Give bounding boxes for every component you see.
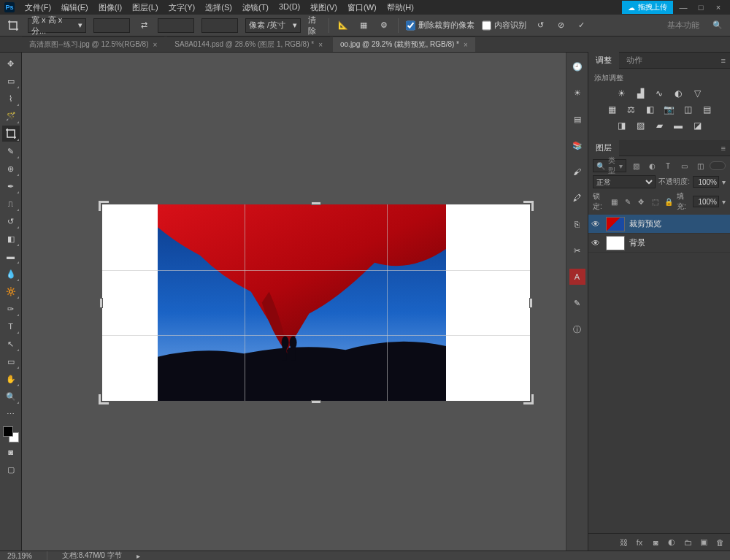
clear-button[interactable]: 清除 [308,19,321,32]
filter-toggle[interactable] [710,161,726,170]
eyedropper-tool[interactable]: ✎ [2,143,20,159]
color-panel-icon[interactable]: ☀ [569,85,585,101]
clone-source-panel-icon[interactable]: ⎘ [569,216,585,232]
crop-handle-bl[interactable] [99,394,109,404]
panel-menu-icon[interactable]: ≡ [717,144,730,153]
opacity-input[interactable] [693,176,719,188]
selective-color-icon[interactable]: ◪ [691,120,704,131]
color-swatches[interactable] [3,426,19,442]
new-layer-icon[interactable]: ▣ [698,537,710,548]
close-icon[interactable]: × [464,41,468,49]
levels-icon[interactable]: ▟ [634,88,647,99]
filter-smart-icon[interactable]: ◫ [694,159,707,172]
menu-window[interactable]: 窗口(W) [343,1,381,15]
layer-filter-kind[interactable]: 🔍 类型 ▾ [593,159,626,172]
document-tab[interactable]: 高清原图--练习.jpg @ 12.5%(RGB/8) × [22,37,164,52]
crop-handle-tl[interactable] [99,201,109,211]
lock-nested-icon[interactable]: ⬚ [650,195,661,208]
visibility-toggle-icon[interactable]: 👁 [591,238,602,248]
chevron-down-icon[interactable]: ▾ [722,178,726,186]
menu-layer[interactable]: 图层(L) [128,1,162,15]
panel-menu-icon[interactable]: ≡ [717,56,730,65]
path-select-tool[interactable]: ↖ [2,336,20,352]
doc-size[interactable]: 文档:8.47M/0 字节 [62,551,122,560]
invert-icon[interactable]: ◨ [615,120,628,131]
zoom-level[interactable]: 29.19% [7,552,32,560]
crop-options-gear-icon[interactable]: ⚙ [377,19,391,32]
type-tool[interactable]: T [2,318,20,334]
layer-mask-icon[interactable]: ◙ [650,537,661,548]
layer-name[interactable]: 裁剪预览 [629,218,661,229]
history-panel-icon[interactable]: 🕘 [569,58,585,74]
color-lookup-icon[interactable]: ▤ [700,104,713,115]
delete-cropped-input[interactable] [406,18,415,33]
edit-toolbar[interactable]: ⋯ [2,406,20,422]
workspace-label[interactable]: 基本功能 [667,20,699,31]
hue-icon[interactable]: ▦ [605,104,618,115]
menu-file[interactable]: 文件(F) [20,1,55,15]
current-tool-icon[interactable] [6,18,20,33]
threshold-icon[interactable]: ▰ [653,120,666,131]
visibility-toggle-icon[interactable]: 👁 [591,219,602,229]
layer-row[interactable]: 👁 裁剪预览 [588,215,730,234]
notes-panel-icon[interactable]: ✎ [569,295,585,311]
link-layers-icon[interactable]: ⛓ [618,537,629,548]
new-group-icon[interactable]: 🗀 [682,537,694,548]
minimize-button[interactable]: — [676,3,691,12]
layer-style-icon[interactable]: fx [634,537,645,548]
resolution-units[interactable]: 像素 /英寸▾ [245,18,301,33]
spot-heal-tool[interactable]: ⊛ [2,161,20,177]
menu-3d[interactable]: 3D(D) [274,1,304,15]
search-icon[interactable]: 🔍 [711,19,724,32]
screen-mode[interactable]: ▢ [2,461,20,477]
new-adjustment-icon[interactable]: ◐ [666,537,677,548]
pen-tool[interactable]: ✑ [2,301,20,317]
crop-tool[interactable] [2,126,20,142]
crop-handle-tr[interactable] [523,201,534,211]
tab-actions[interactable]: 动作 [619,52,650,69]
tab-layers[interactable]: 图层 [588,139,619,156]
libraries-panel-icon[interactable]: 📚 [569,137,585,153]
crop-resolution-input[interactable] [201,18,238,33]
exposure-icon[interactable]: ◐ [672,88,685,99]
reset-crop-icon[interactable]: ↺ [534,19,547,32]
layer-row[interactable]: 👁 背景 [588,234,730,253]
bw-icon[interactable]: ◧ [643,104,656,115]
commit-crop-icon[interactable]: ✓ [575,19,588,32]
overlay-options-icon[interactable]: ▦ [357,19,370,32]
extension-panel-icon[interactable]: A [569,269,585,285]
layer-name[interactable]: 背景 [629,237,645,248]
crop-handle-right[interactable] [529,298,533,308]
vibrance-icon[interactable]: ▽ [691,88,704,99]
photo-filter-icon[interactable]: 📷 [662,104,675,115]
history-brush-tool[interactable]: ↺ [2,213,20,229]
move-tool[interactable]: ✥ [2,55,20,72]
crop-handle-br[interactable] [523,394,534,404]
lasso-tool[interactable]: ⌇ [2,91,20,107]
crop-handle-top[interactable] [311,202,321,205]
layer-thumbnail[interactable] [606,236,625,250]
cloud-upload-button[interactable]: ☁ 拖拽上传 [622,1,673,14]
zoom-tool[interactable]: 🔍 [2,388,20,404]
brightness-icon[interactable]: ☀ [615,88,628,99]
curves-icon[interactable]: ∿ [653,88,666,99]
gradient-map-icon[interactable]: ▬ [672,120,685,131]
clone-stamp-tool[interactable]: ⎍ [2,196,20,212]
chevron-down-icon[interactable]: ▾ [722,198,726,206]
hand-tool[interactable]: ✋ [2,371,20,387]
brush-tool[interactable]: ✒ [2,178,20,194]
lock-pixels-icon[interactable]: ▦ [609,195,620,208]
channel-mixer-icon[interactable]: ◫ [681,104,694,115]
marquee-tool[interactable]: ▭ [2,73,20,89]
crop-handle-left[interactable] [99,298,103,308]
shape-tool[interactable]: ▭ [2,353,20,369]
lock-all-icon[interactable]: 🔒 [663,195,674,208]
crop-handle-bottom[interactable] [311,400,321,404]
menu-edit[interactable]: 编辑(E) [57,1,93,15]
close-icon[interactable]: × [318,41,323,49]
menu-help[interactable]: 帮助(H) [383,1,418,15]
crop-width-input[interactable] [93,18,130,33]
document-tab-active[interactable]: oo.jpg @ 29.2% (裁剪预览, RGB/8) * × [333,37,475,52]
lock-artboard-icon[interactable]: ✥ [636,195,647,208]
blend-mode-select[interactable]: 正常 [593,175,656,188]
